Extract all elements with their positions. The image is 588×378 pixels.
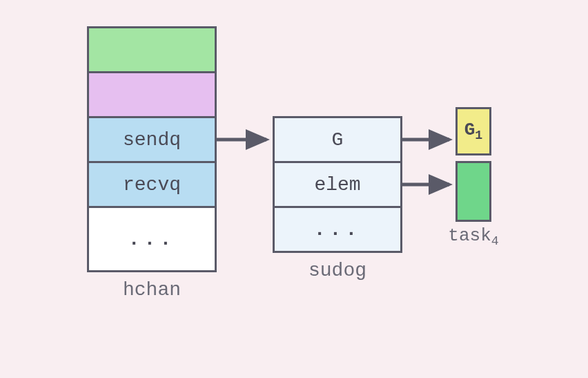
sudog-dots-text: ...: [314, 219, 361, 240]
hchan-dots-text: ...: [128, 229, 175, 250]
g1-main: G: [464, 120, 476, 140]
hchan-cell-empty-purple: [87, 71, 217, 118]
hchan-cell-empty-green: [87, 26, 217, 73]
arrow-g-to-g1: [402, 129, 456, 151]
recvq-text: recvq: [123, 174, 181, 196]
sudog-cell-dots: ...: [273, 206, 402, 253]
sudog-label: sudog: [273, 260, 402, 281]
hchan-cell-recvq: recvq: [87, 161, 217, 208]
hchan-cell-dots: ...: [87, 206, 217, 272]
task-sub: 4: [491, 234, 499, 248]
sudog-elem-text: elem: [314, 174, 360, 196]
arrow-elem-to-task: [402, 173, 456, 196]
hchan-label: hchan: [87, 279, 217, 301]
task-label: task4: [436, 225, 511, 248]
g1-label: G1: [464, 120, 483, 142]
sendq-text: sendq: [123, 129, 181, 151]
sudog-cell-elem: elem: [273, 161, 402, 208]
target-task-box: [455, 161, 491, 222]
task-main: task: [448, 225, 491, 246]
target-g-box: G1: [455, 107, 491, 155]
arrow-sendq-to-sudog: [217, 129, 273, 151]
hchan-cell-sendq: sendq: [87, 116, 217, 163]
sudog-cell-g: G: [273, 116, 402, 163]
g1-sub: 1: [475, 129, 482, 143]
sudog-g-text: G: [332, 129, 344, 151]
